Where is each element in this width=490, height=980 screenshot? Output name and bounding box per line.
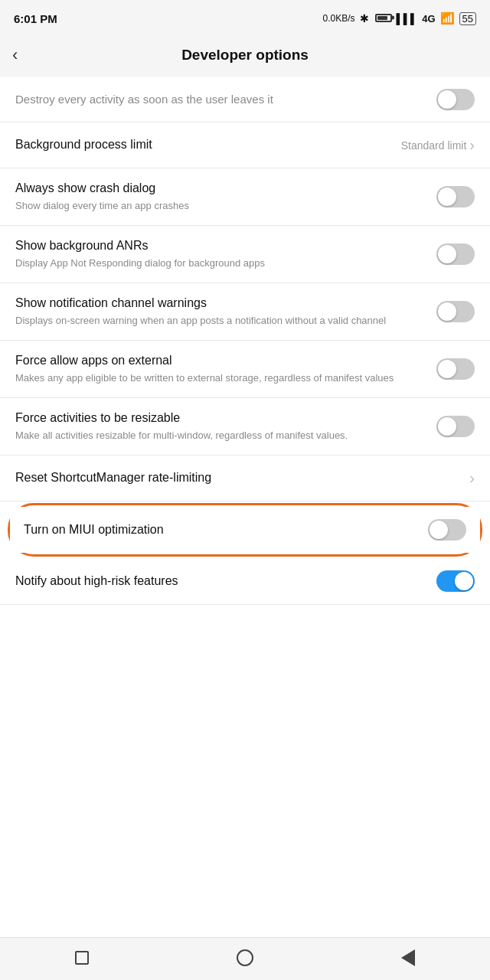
- always-show-crash-toggle[interactable]: [436, 186, 475, 207]
- list-item[interactable]: Show background ANRs Display App Not Res…: [0, 226, 490, 283]
- back-nav-button[interactable]: [390, 942, 426, 973]
- chevron-right-icon: ›: [469, 469, 475, 487]
- list-item[interactable]: Destroy every activity as soon as the us…: [0, 77, 490, 122]
- list-item[interactable]: Turn on MIUI optimization: [10, 507, 480, 553]
- setting-item-left: Show background ANRs Display App Not Res…: [15, 238, 436, 270]
- back-button[interactable]: ‹: [12, 44, 25, 67]
- setting-item-left: Turn on MIUI optimization: [24, 522, 428, 538]
- miui-optimization-toggle[interactable]: [428, 519, 466, 541]
- setting-title: Background process limit: [15, 137, 392, 153]
- recent-apps-icon: [75, 951, 89, 965]
- setting-title: Always show crash dialog: [15, 181, 427, 197]
- setting-item-left: Show notification channel warnings Displ…: [15, 296, 436, 328]
- recent-apps-button[interactable]: [64, 942, 100, 973]
- setting-title: Reset ShortcutManager rate-limiting: [15, 470, 460, 486]
- setting-title: Show background ANRs: [15, 238, 427, 254]
- force-activities-resizable-toggle[interactable]: [436, 416, 475, 437]
- setting-subtitle: Makes any app eligible to be written to …: [15, 371, 427, 385]
- notify-high-risk-toggle[interactable]: [436, 570, 475, 592]
- signal-icon: ▌▌▌: [397, 13, 418, 24]
- setting-item-left: Always show crash dialog Show dialog eve…: [15, 181, 436, 213]
- destroy-activity-toggle[interactable]: [436, 89, 475, 110]
- bluetooth-icon: ✱: [360, 12, 369, 24]
- battery-icon: [374, 13, 392, 24]
- wifi-icon: 📶: [440, 11, 455, 25]
- setting-title: Force allow apps on external: [15, 353, 427, 369]
- home-icon: [237, 949, 253, 966]
- back-nav-icon: [401, 949, 415, 966]
- setting-title: Turn on MIUI optimization: [24, 522, 419, 538]
- status-icons: 0.0KB/s ✱ ▌▌▌ 4G 📶 55: [323, 11, 476, 25]
- setting-subtitle: Displays on-screen warning when an app p…: [15, 314, 427, 328]
- app-bar: ‹ Developer options: [0, 34, 490, 77]
- battery-percent: 55: [459, 12, 476, 25]
- list-item[interactable]: Force activities to be resizable Make al…: [0, 398, 490, 456]
- setting-item-left: Destroy every activity as soon as the us…: [15, 92, 436, 107]
- setting-item-left: Reset ShortcutManager rate-limiting: [15, 470, 469, 486]
- force-allow-apps-external-toggle[interactable]: [436, 358, 475, 380]
- list-item[interactable]: Reset ShortcutManager rate-limiting ›: [0, 456, 490, 501]
- network-type: 4G: [422, 13, 435, 24]
- setting-title: Notify about high-risk features: [15, 573, 427, 590]
- show-background-anrs-toggle[interactable]: [436, 243, 475, 265]
- setting-nav: Standard limit ›: [401, 136, 475, 154]
- setting-value: Standard limit: [401, 139, 467, 152]
- setting-subtitle: Display App Not Responding dialog for ba…: [15, 256, 427, 270]
- notification-channel-warnings-toggle[interactable]: [436, 301, 475, 322]
- nav-bar: [0, 937, 490, 980]
- setting-title: Show notification channel warnings: [15, 296, 427, 312]
- home-button[interactable]: [227, 942, 263, 973]
- page-title: Developer options: [181, 47, 309, 64]
- status-bar: 6:01 PM 0.0KB/s ✱ ▌▌▌ 4G 📶 55: [0, 0, 490, 34]
- setting-subtitle: Show dialog every time an app crashes: [15, 199, 427, 213]
- setting-item-left: Force allow apps on external Makes any a…: [15, 353, 436, 385]
- chevron-right-icon: ›: [469, 136, 475, 154]
- list-item[interactable]: Notify about high-risk features: [0, 558, 490, 605]
- setting-title: Force activities to be resizable: [15, 410, 427, 426]
- settings-list: Destroy every activity as soon as the us…: [0, 77, 490, 937]
- list-item[interactable]: Always show crash dialog Show dialog eve…: [0, 168, 490, 226]
- setting-item-left: Force activities to be resizable Make al…: [15, 410, 436, 443]
- miui-optimization-highlight: Turn on MIUI optimization: [8, 503, 482, 557]
- network-speed: 0.0KB/s: [323, 13, 355, 24]
- status-time: 6:01 PM: [14, 12, 57, 25]
- setting-subtitle: Make all activities resizable for multi-…: [15, 429, 427, 443]
- list-item[interactable]: Background process limit Standard limit …: [0, 122, 490, 168]
- setting-title: Destroy every activity as soon as the us…: [15, 92, 427, 107]
- list-item[interactable]: Force allow apps on external Makes any a…: [0, 341, 490, 398]
- setting-item-left: Background process limit: [15, 137, 401, 153]
- setting-item-left: Notify about high-risk features: [15, 573, 436, 590]
- list-item[interactable]: Show notification channel warnings Displ…: [0, 283, 490, 341]
